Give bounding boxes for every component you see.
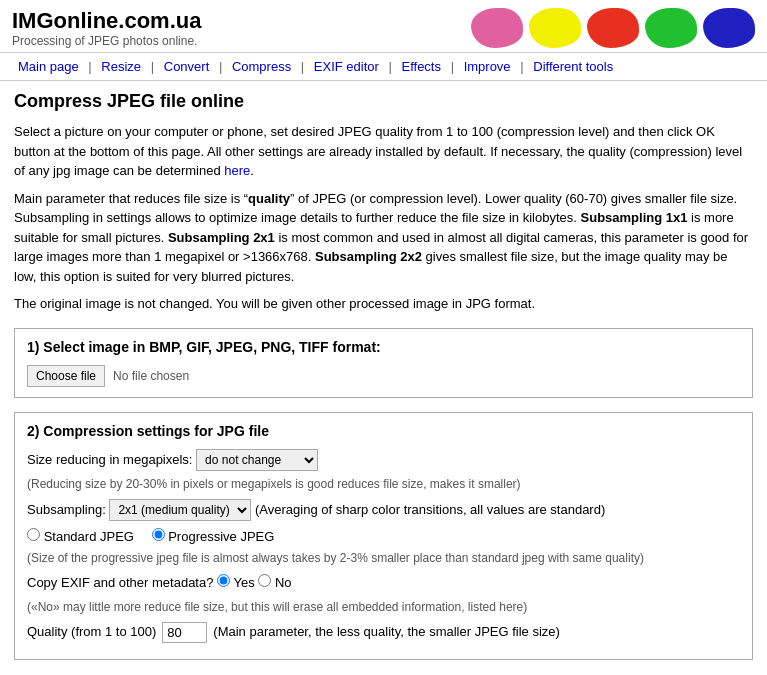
no-file-label: No file chosen: [113, 369, 189, 383]
nav-effects[interactable]: Effects: [395, 59, 447, 74]
main-content: Compress JPEG file online Select a pictu…: [0, 81, 767, 670]
exif-note-prefix: («No» may little more reduce file size, …: [27, 600, 499, 614]
color-blobs: [471, 8, 755, 48]
section1-title: 1) Select image in BMP, GIF, JPEG, PNG, …: [27, 339, 740, 355]
intro-paragraph-2: Main parameter that reduces file size is…: [14, 189, 753, 287]
exif-row: Copy EXIF and other metadata? Yes No: [27, 573, 740, 594]
site-subtitle: Processing of JPEG photos online.: [12, 34, 201, 48]
blue-blob: [703, 8, 755, 48]
navigation: Main page | Resize | Convert | Compress …: [0, 53, 767, 81]
subsampling-label: Subsampling:: [27, 502, 106, 517]
section-compression-settings: 2) Compression settings for JPG file Siz…: [14, 412, 753, 661]
site-title: IMGonline.com.ua: [12, 8, 201, 34]
standard-jpeg-text: Standard JPEG: [44, 529, 134, 544]
jpeg-type-note: (Size of the progressive jpeg file is al…: [27, 551, 740, 565]
quality-note: (Main parameter, the less quality, the s…: [213, 622, 560, 643]
quality-label: Quality (from 1 to 100): [27, 622, 156, 643]
choose-file-button[interactable]: Choose file: [27, 365, 105, 387]
nav-different-tools[interactable]: Different tools: [527, 59, 619, 74]
intro2-prefix: Main parameter that reduces file size is…: [14, 191, 248, 206]
subsampling-2x1-bold: Subsampling 2x1: [168, 230, 275, 245]
nav-improve[interactable]: Improve: [458, 59, 517, 74]
nav-compress[interactable]: Compress: [226, 59, 297, 74]
subsampling-1x1-bold: Subsampling 1x1: [581, 210, 688, 225]
subsampling-row: Subsampling: 2x1 (medium quality) 1x1 (b…: [27, 499, 740, 521]
pink-blob: [471, 8, 523, 48]
progressive-jpeg-label[interactable]: Progressive JPEG: [152, 529, 275, 544]
intro1-text: Select a picture on your computer or pho…: [14, 124, 742, 178]
jpeg-type-row: Standard JPEG Progressive JPEG: [27, 527, 740, 548]
progressive-jpeg-radio[interactable]: [152, 528, 165, 541]
exif-here-link[interactable]: here: [499, 600, 523, 614]
size-reducing-label: Size reducing in megapixels:: [27, 452, 192, 467]
here-link-1[interactable]: here: [224, 163, 250, 178]
size-reducing-select[interactable]: do not change reduce to 0.5 MP reduce to…: [196, 449, 318, 471]
red-blob: [587, 8, 639, 48]
section2-number: 2): [27, 423, 39, 439]
header-left: IMGonline.com.ua Processing of JPEG phot…: [12, 8, 201, 48]
subsampling-note: (Averaging of sharp color transitions, a…: [255, 502, 605, 517]
exif-note: («No» may little more reduce file size, …: [27, 600, 740, 614]
section-select-image: 1) Select image in BMP, GIF, JPEG, PNG, …: [14, 328, 753, 398]
progressive-jpeg-text: Progressive JPEG: [168, 529, 274, 544]
file-input-row: Choose file No file chosen: [27, 365, 740, 387]
subsampling-select[interactable]: 2x1 (medium quality) 1x1 (best quality) …: [109, 499, 251, 521]
section2-title: 2) Compression settings for JPG file: [27, 423, 740, 439]
exif-yes-text: Yes: [233, 575, 254, 590]
page-title: Compress JPEG file online: [14, 91, 753, 112]
exif-no-radio[interactable]: [258, 574, 271, 587]
nav-convert[interactable]: Convert: [158, 59, 216, 74]
standard-jpeg-radio[interactable]: [27, 528, 40, 541]
quality-bold: quality: [248, 191, 290, 206]
section2-title-text: Compression settings for JPG file: [43, 423, 269, 439]
nav-exif-editor[interactable]: EXIF editor: [308, 59, 385, 74]
section1-number: 1): [27, 339, 39, 355]
exif-no-label[interactable]: No: [258, 575, 291, 590]
exif-no-text: No: [275, 575, 292, 590]
nav-resize[interactable]: Resize: [95, 59, 147, 74]
quality-row: Quality (from 1 to 100) (Main parameter,…: [27, 622, 740, 643]
yellow-blob: [529, 8, 581, 48]
quality-input[interactable]: [162, 622, 207, 643]
green-blob: [645, 8, 697, 48]
exif-yes-label[interactable]: Yes: [217, 575, 258, 590]
nav-main-page[interactable]: Main page: [12, 59, 85, 74]
subsampling-2x2-bold: Subsampling 2x2: [315, 249, 422, 264]
size-reducing-row: Size reducing in megapixels: do not chan…: [27, 449, 740, 471]
exif-yes-radio[interactable]: [217, 574, 230, 587]
intro-paragraph-3: The original image is not changed. You w…: [14, 294, 753, 314]
header: IMGonline.com.ua Processing of JPEG phot…: [0, 0, 767, 53]
exif-note-suffix: ): [523, 600, 527, 614]
exif-label: Copy EXIF and other metadata?: [27, 575, 213, 590]
section1-title-text: Select image in BMP, GIF, JPEG, PNG, TIF…: [43, 339, 380, 355]
intro-paragraph-1: Select a picture on your computer or pho…: [14, 122, 753, 181]
standard-jpeg-label[interactable]: Standard JPEG: [27, 529, 138, 544]
size-reducing-note: (Reducing size by 20-30% in pixels or me…: [27, 477, 740, 491]
